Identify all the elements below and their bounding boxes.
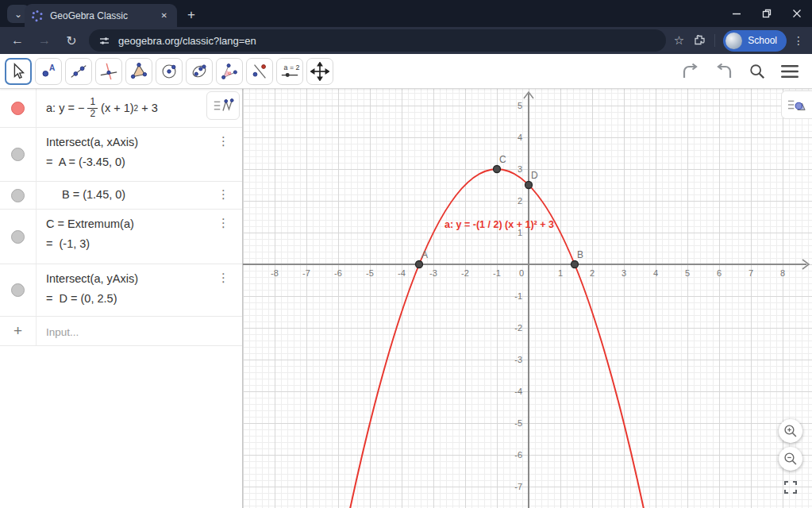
row-menu-icon[interactable]: ⋮ [217, 188, 229, 200]
url-text[interactable]: geogebra.org/classic?lang=en [118, 35, 256, 47]
profile-chip[interactable]: School [723, 30, 787, 52]
tool-point[interactable]: A [35, 58, 62, 85]
x-tick-label: 3 [622, 268, 626, 278]
fullscreen-button[interactable] [783, 479, 799, 495]
visibility-toggle-B[interactable] [11, 189, 25, 202]
tool-line[interactable] [65, 58, 92, 85]
tool-slider[interactable]: a = 2 [276, 58, 303, 85]
zoom-in-button[interactable] [779, 419, 802, 443]
main-menu-icon[interactable] [780, 64, 799, 79]
algebra-stylebar-button[interactable] [206, 91, 240, 120]
browser-address-bar: ← → ↻ geogebra.org/classic?lang=en ☆ Sch… [0, 27, 812, 54]
svg-text:a = 2: a = 2 [284, 64, 300, 71]
y-tick-label: -3 [514, 355, 522, 364]
y-tick-label: 2 [518, 196, 522, 206]
y-tick-label: -2 [514, 323, 522, 333]
toolbar-separator [714, 34, 715, 47]
algebra-row-intersect-yaxis[interactable]: Intersect(a, yAxis) = D = (0, 2.5) ⋮ [0, 264, 242, 317]
back-button[interactable]: ← [8, 33, 27, 48]
tab-close-icon[interactable]: ✕ [158, 10, 171, 21]
algebra-row-extremum[interactable]: C = Extremum(a) = (-1, 3) ⋮ [0, 210, 242, 264]
chevron-down-icon: ⌄ [14, 9, 22, 20]
fullscreen-icon [783, 480, 798, 495]
row-menu-icon[interactable]: ⋮ [217, 217, 229, 229]
row-menu-icon[interactable]: ⋮ [217, 135, 229, 147]
tool-polygon[interactable] [125, 58, 152, 85]
x-tick-label: 8 [780, 268, 785, 278]
algebra-row-intersect-xaxis[interactable]: Intersect(a, xAxis) = A = (-3.45, 0) ⋮ [0, 128, 242, 182]
row-menu-icon[interactable]: ⋮ [217, 271, 229, 283]
minimize-button[interactable] [722, 0, 752, 27]
point-B[interactable] [571, 261, 579, 268]
point-label-A: A [421, 249, 428, 260]
browser-tab-strip: ⌄ GeoGebra Classic ✕ + [0, 0, 812, 27]
perpendicular-line-icon [99, 62, 118, 81]
tool-circle-center-point[interactable] [156, 58, 183, 85]
visibility-toggle-a[interactable] [11, 102, 25, 115]
search-icon[interactable] [749, 63, 766, 80]
close-window-button[interactable] [782, 0, 812, 27]
move-view-icon [310, 62, 329, 81]
point-D[interactable] [525, 182, 533, 189]
point-icon: A [39, 62, 58, 81]
forward-button[interactable]: → [35, 33, 54, 48]
zoom-out-button[interactable] [779, 447, 802, 471]
profile-avatar [725, 33, 742, 49]
curve-equation-label[interactable]: a: y = -(1 / 2) (x + 1)² + 3 [444, 219, 554, 230]
point-label-B: B [577, 249, 583, 260]
x-tick-label: -1 [493, 268, 501, 278]
x-tick-label: 5 [685, 268, 690, 278]
y-tick-label: 3 [518, 164, 522, 174]
browser-menu-icon[interactable]: ⋮ [793, 34, 804, 47]
y-tick-label: -1 [514, 291, 522, 301]
bookmark-star-icon[interactable]: ☆ [674, 33, 684, 48]
definition-D: Intersect(a, yAxis) [46, 272, 242, 285]
tool-perpendicular-line[interactable] [95, 58, 122, 85]
y-tick-label: 4 [518, 133, 522, 142]
visibility-toggle-C[interactable] [11, 230, 25, 244]
tool-angle[interactable]: α [216, 58, 243, 85]
tool-line-with-points[interactable] [246, 58, 273, 85]
profile-name: School [748, 35, 777, 46]
x-tick-label: 4 [653, 268, 658, 278]
tab-title: GeoGebra Classic [50, 10, 158, 21]
point-label-D: D [531, 170, 538, 181]
browser-tab-geogebra[interactable]: GeoGebra Classic ✕ [25, 4, 177, 27]
algebra-input-row[interactable]: + Input... [0, 317, 242, 346]
x-tick-label: -3 [429, 268, 437, 278]
x-tick-label: -6 [334, 268, 342, 278]
x-tick-label: 7 [749, 268, 753, 278]
line-points-icon [250, 62, 269, 81]
equation-a-name: a: [46, 102, 56, 114]
add-input-icon[interactable]: + [0, 317, 37, 345]
redo-icon[interactable] [714, 63, 734, 80]
undo-icon[interactable] [680, 63, 700, 80]
reload-button[interactable]: ↻ [62, 33, 81, 48]
svg-text:α: α [228, 69, 231, 75]
algebra-view: a: y = − 12 (x + 1)2 + 3 Intersect(a, xA… [0, 89, 243, 508]
tool-move-graphics-view[interactable] [306, 58, 333, 85]
x-tick-label: -5 [366, 268, 374, 278]
url-omnibox[interactable]: geogebra.org/classic?lang=en [89, 29, 666, 52]
graphics-stylebar-button[interactable] [781, 90, 812, 119]
graph-points: ABCD [416, 154, 584, 268]
algebra-input-field[interactable]: Input... [46, 326, 79, 338]
graphics-settings-icon [786, 95, 808, 114]
algebra-row-B[interactable]: B = (1.45, 0) ⋮ [0, 182, 242, 210]
svg-text:A: A [49, 64, 56, 72]
point-A[interactable] [416, 261, 423, 268]
new-tab-button[interactable]: + [181, 6, 202, 25]
visibility-toggle-D[interactable] [11, 283, 25, 297]
visibility-toggle-A[interactable] [11, 148, 25, 161]
graphics-view[interactable]: -8-7-6-5-4-3-2-101234567854321-1-2-3-4-5… [243, 89, 812, 508]
point-C[interactable] [494, 166, 501, 173]
restore-button[interactable] [752, 0, 782, 27]
geogebra-toolbar: A α a = 2 [0, 54, 812, 89]
y-tick-label: 5 [518, 101, 522, 110]
value-D: = D = (0, 2.5) [46, 292, 242, 305]
tool-move[interactable] [5, 58, 32, 85]
tool-ellipse[interactable] [186, 58, 213, 85]
site-settings-icon[interactable] [98, 35, 110, 47]
y-tick-label: -6 [514, 450, 522, 460]
extensions-icon[interactable] [694, 34, 706, 47]
